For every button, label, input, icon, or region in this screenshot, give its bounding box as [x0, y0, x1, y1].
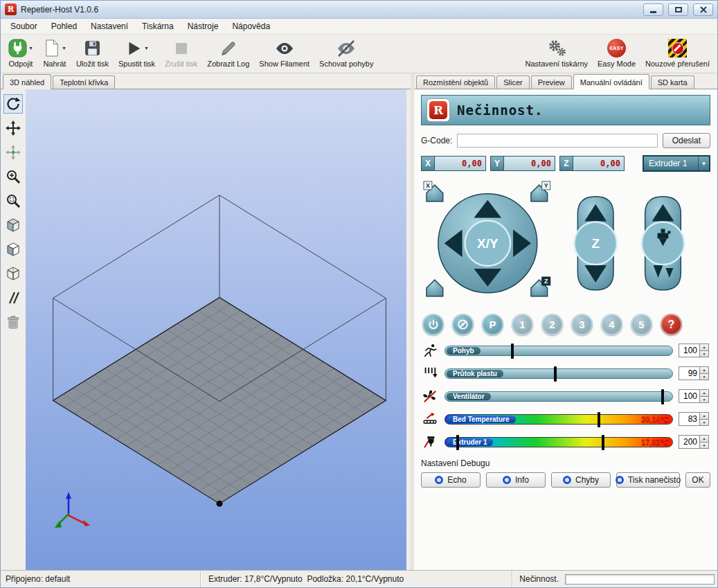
bed-temperature-spinbox: ▲ ▼ [679, 412, 710, 426]
tab-object-placement[interactable]: Rozmístění objektů [416, 75, 495, 89]
rotate-view-tool[interactable] [3, 94, 23, 114]
svg-text:Y: Y [544, 182, 548, 189]
spin-up-icon[interactable]: ▲ [699, 366, 709, 373]
show-log-button[interactable]: Zobrazit Log [202, 36, 254, 73]
home-z-button[interactable]: Z [531, 277, 550, 296]
tab-3d-view[interactable]: 3D náhled [3, 74, 51, 89]
menu-nastroje[interactable]: Nástroje [181, 19, 226, 33]
spin-up-icon[interactable]: ▲ [699, 344, 709, 350]
flow-input[interactable] [679, 366, 699, 380]
iso-view-tool[interactable] [3, 215, 23, 235]
load-button[interactable]: ▼ Nahrát [38, 36, 71, 73]
extruder-current-temperature: 17,83°C [641, 438, 669, 447]
fan-slider[interactable]: Ventilátor [445, 391, 673, 402]
emergency-stop-icon [668, 39, 687, 57]
debug-errors-button[interactable]: Chyby [551, 472, 611, 488]
gcode-input[interactable] [457, 134, 657, 148]
debug-echo-button[interactable]: Echo [421, 472, 481, 488]
debug-dryrun-button[interactable]: Tisk nanečisto [616, 472, 680, 488]
disconnect-button[interactable]: ▼ Odpojit [3, 36, 38, 73]
extruder-jog-pad[interactable] [642, 197, 685, 290]
power-button[interactable] [422, 314, 444, 335]
chevron-down-icon[interactable]: ▼ [62, 46, 66, 51]
send-gcode-button[interactable]: Odeslat [663, 133, 710, 148]
spin-up-icon[interactable]: ▲ [699, 412, 709, 419]
extruder-select[interactable]: Extruder 1 ▼ [643, 155, 710, 172]
tab-preview[interactable]: Preview [531, 75, 572, 89]
tab-manual-control[interactable]: Manuální ovládání [573, 74, 649, 89]
delete-object-tool[interactable] [3, 312, 23, 332]
x-label: X [421, 156, 435, 171]
tab-sd-card[interactable]: SD karta [651, 75, 694, 89]
preset-4-button[interactable]: 4 [601, 314, 622, 335]
help-button[interactable]: ? [661, 314, 682, 335]
fan-input[interactable] [679, 389, 699, 403]
cube-front-icon [6, 242, 21, 257]
menu-tiskarna[interactable]: Tiskárna [135, 19, 181, 33]
preset-3-button[interactable]: 3 [571, 314, 593, 335]
side-view-tool[interactable] [3, 264, 23, 283]
chevron-down-icon[interactable]: ▼ [28, 46, 33, 51]
gears-icon [547, 39, 566, 58]
spin-down-icon[interactable]: ▼ [699, 373, 709, 381]
chevron-down-icon[interactable]: ▼ [144, 46, 149, 51]
left-tabs: 3D náhled Teplotní křivka [1, 73, 411, 89]
bed-temperature-input[interactable] [679, 412, 699, 426]
preset-2-button[interactable]: 2 [541, 314, 563, 335]
close-button[interactable] [693, 3, 713, 16]
emergency-stop-button[interactable]: Nouzové přerušení [640, 36, 715, 73]
tab-slicer[interactable]: Slicer [496, 75, 530, 89]
extruder-temperature-slider[interactable]: Extruder 1 17,83°C [445, 437, 673, 447]
pan-view-tool[interactable] [3, 118, 23, 138]
spin-down-icon[interactable]: ▼ [699, 396, 709, 404]
home-y-button[interactable]: Y [531, 181, 550, 202]
menu-pohled[interactable]: Pohled [44, 19, 84, 33]
home-x-button[interactable]: X [424, 181, 443, 202]
z-jog-pad[interactable]: Z [574, 197, 617, 290]
motors-off-button[interactable] [452, 314, 474, 335]
move-object-tool[interactable] [3, 143, 23, 162]
front-view-tool[interactable] [3, 240, 23, 259]
tab-temperature-curve[interactable]: Teplotní křivka [53, 75, 115, 89]
spin-down-icon[interactable]: ▼ [699, 419, 709, 427]
flow-slider[interactable]: Průtok plastu [445, 368, 673, 379]
show-filament-button[interactable]: Show Filament [254, 36, 314, 73]
feedrate-label: Pohyb [447, 347, 481, 355]
extruder-temperature-handle[interactable] [602, 435, 604, 450]
svg-text:X: X [426, 182, 430, 189]
home-all-button[interactable] [427, 280, 443, 296]
spin-down-icon[interactable]: ▼ [699, 442, 709, 449]
hide-travel-button[interactable]: Schovat pohyby [314, 36, 378, 73]
floppy-icon [84, 39, 101, 57]
fan-handle[interactable] [661, 389, 664, 404]
spin-up-icon[interactable]: ▲ [699, 389, 709, 396]
debug-info-button[interactable]: Info [486, 472, 546, 488]
preset-5-button[interactable]: 5 [631, 314, 652, 335]
3d-viewport[interactable] [26, 89, 406, 570]
spin-up-icon[interactable]: ▲ [699, 435, 709, 442]
maximize-button[interactable] [668, 3, 688, 16]
menu-napoveda[interactable]: Nápověda [225, 19, 277, 33]
parallel-projection-tool[interactable] [3, 288, 23, 308]
feedrate-slider[interactable]: Pohyb [445, 346, 673, 356]
flow-handle[interactable] [554, 366, 557, 382]
bed-temperature-handle[interactable] [598, 412, 600, 427]
zoom-in-tool[interactable] [3, 167, 23, 186]
zoom-fit-tool[interactable] [3, 191, 23, 211]
printer-settings-button[interactable]: Nastavení tiskárny [521, 36, 593, 73]
menu-soubor[interactable]: Soubor [3, 19, 44, 33]
feedrate-input[interactable] [679, 344, 699, 357]
easy-mode-button[interactable]: EASY Easy Mode [593, 36, 640, 73]
feedrate-handle[interactable] [511, 344, 514, 359]
menu-nastaveni[interactable]: Nastavení [84, 19, 135, 33]
park-button[interactable]: P [482, 314, 503, 335]
save-print-button[interactable]: Uložit tisk [71, 36, 114, 73]
preset-1-button[interactable]: 1 [512, 314, 533, 335]
bed-temperature-slider[interactable]: Bed Temperature 20,14°C [445, 414, 673, 425]
spin-down-icon[interactable]: ▼ [699, 350, 709, 358]
extruder-temperature-label: Extruder 1 [447, 438, 493, 446]
extruder-temperature-input[interactable] [679, 435, 699, 449]
ok-button[interactable]: OK [685, 472, 710, 488]
start-print-button[interactable]: ▼ Spustit tisk [114, 36, 160, 73]
minimize-button[interactable] [643, 3, 663, 16]
